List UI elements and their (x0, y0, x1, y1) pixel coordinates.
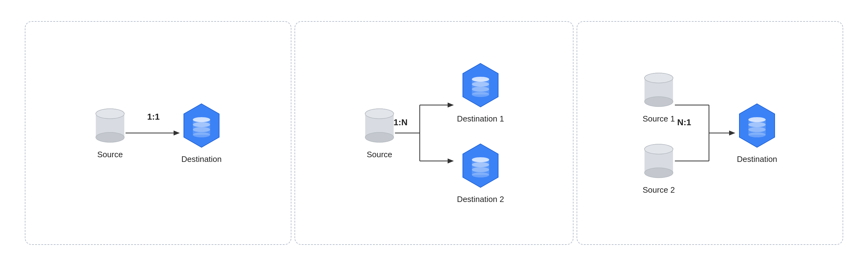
destination-node-1: Destination (181, 102, 222, 164)
branch-targets-2: Destination 1 (457, 62, 504, 204)
source-label-3b: Source 2 (643, 185, 675, 195)
source-cylinder-2 (364, 107, 395, 144)
svg-marker-54 (729, 131, 735, 135)
main-container: Source 1:1 (16, 12, 852, 254)
svg-marker-24 (447, 158, 454, 163)
destination-label-2b: Destination 2 (457, 194, 504, 204)
arrow-1-1: 1:1 (126, 124, 181, 142)
source-cylinder-1 (95, 107, 126, 144)
source-node-3b: Source 2 (643, 142, 675, 195)
source-cylinder-3a (643, 71, 674, 108)
svg-point-48 (645, 144, 673, 154)
source-node-1: Source (95, 107, 126, 159)
arrow-1-n: 1:N (395, 80, 457, 186)
svg-point-3 (96, 109, 124, 119)
destination-node-2b: Destination 2 (457, 142, 504, 204)
source-label-2: Source (367, 150, 392, 159)
diagram3-inner: Source 1 Source 2 N:1 (643, 71, 777, 195)
destination-hexagon-1 (181, 102, 222, 149)
diagram1-inner: Source 1:1 (95, 102, 222, 164)
destination-label-3: Destination (737, 155, 777, 164)
diagram-box-1-1: Source 1:1 (25, 21, 291, 245)
svg-point-13 (193, 117, 210, 122)
sources-col: Source 1 Source 2 (643, 71, 675, 195)
source-node-2: Source (364, 107, 395, 159)
source-cylinder-3b (643, 142, 674, 180)
destination-label-2a: Destination 1 (457, 114, 504, 124)
svg-point-47 (645, 168, 673, 178)
svg-point-32 (472, 77, 489, 82)
ratio-label-1: 1:1 (147, 112, 160, 122)
source-node-3a: Source 1 (643, 71, 675, 124)
source-label-1: Source (97, 150, 123, 159)
source-label-3a: Source 1 (643, 114, 675, 124)
svg-point-44 (645, 73, 673, 83)
svg-point-16 (365, 132, 394, 142)
destination-label-1: Destination (181, 155, 222, 164)
svg-point-17 (365, 109, 394, 119)
destination-hexagon-3 (737, 102, 777, 149)
svg-point-2 (96, 132, 124, 142)
destination-node-2a: Destination 1 (457, 62, 504, 124)
svg-marker-5 (174, 131, 180, 135)
diagram-box-1-n: Source 1:N (294, 21, 574, 245)
diagram2-inner: Source 1:N (364, 62, 504, 204)
diagram-box-n-1: Source 1 Source 2 N:1 (577, 21, 843, 245)
destination-hexagon-2b (460, 142, 501, 189)
svg-point-40 (472, 157, 489, 162)
svg-marker-21 (447, 103, 454, 108)
destination-node-3: Destination (737, 102, 777, 164)
svg-point-62 (748, 117, 766, 122)
svg-point-43 (645, 97, 673, 107)
destination-hexagon-2a (460, 62, 501, 108)
ratio-label-3: N:1 (677, 117, 691, 127)
ratio-label-2: 1:N (394, 117, 408, 127)
arrow-n-1: N:1 (675, 80, 737, 186)
